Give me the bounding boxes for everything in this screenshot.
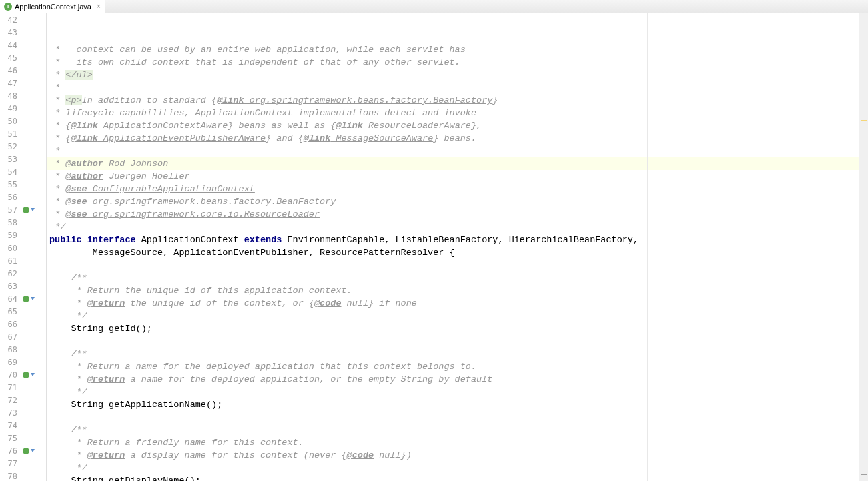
gutter-line[interactable]: 70 (0, 368, 46, 381)
gutter-line[interactable]: 71 (0, 381, 46, 394)
fold-mark-icon[interactable] (39, 324, 45, 324)
gutter-line[interactable]: 58 (0, 216, 46, 229)
code-token: * { (49, 133, 71, 143)
gutter-line[interactable]: 57 (0, 203, 46, 216)
close-icon[interactable]: × (94, 3, 101, 10)
code-line[interactable]: * {@link ApplicationEventPublisherAware}… (47, 132, 859, 145)
scroll-marker[interactable] (861, 474, 867, 475)
override-marker-icon[interactable] (23, 296, 29, 302)
gutter-line[interactable]: 52 (0, 140, 46, 153)
gutter-line[interactable]: 56 (0, 191, 46, 203)
override-marker-icon[interactable] (23, 448, 29, 454)
gutter-line[interactable]: 53 (0, 153, 46, 165)
code-line[interactable]: * @return the unique id of the context, … (47, 297, 859, 310)
override-marker-icon[interactable] (23, 372, 29, 378)
code-line[interactable]: * (47, 145, 859, 157)
gutter-line[interactable]: 48 (0, 89, 46, 102)
gutter-line[interactable]: 54 (0, 165, 46, 178)
code-token: Juergen Hoeller (103, 171, 190, 181)
gutter-line[interactable]: 68 (0, 343, 46, 356)
code-line[interactable]: * <p>In addition to standard {@link org.… (47, 94, 859, 107)
gutter-line[interactable]: 55 (0, 178, 46, 191)
gutter-line[interactable]: 74 (0, 419, 46, 432)
code-line[interactable]: * Return a friendly name for this contex… (47, 436, 859, 449)
code-line[interactable]: */ (47, 462, 859, 474)
gutter-line[interactable]: 78 (0, 470, 46, 481)
code-line[interactable]: String getId(); (47, 322, 859, 335)
code-line[interactable] (47, 259, 859, 272)
gutter-line[interactable]: 50 (0, 115, 46, 127)
gutter-line[interactable]: 61 (0, 254, 46, 267)
fold-mark-icon[interactable] (39, 438, 45, 438)
fold-mark-icon[interactable] (39, 248, 45, 248)
code-line[interactable]: * @see org.springframework.beans.factory… (47, 195, 859, 208)
fold-mark-icon[interactable] (39, 362, 45, 362)
gutter-line[interactable]: 64 (0, 292, 46, 305)
code-line[interactable]: String getDisplayName(); (47, 474, 859, 481)
code-line[interactable]: * @author Rod Johnson (47, 157, 859, 170)
gutter-line[interactable]: 73 (0, 406, 46, 419)
code-line[interactable]: * its own child context that is independ… (47, 56, 859, 69)
fold-mark-icon[interactable] (39, 286, 45, 286)
line-number: 73 (0, 408, 21, 418)
gutter-line[interactable]: 77 (0, 457, 46, 470)
tab-bar: I ApplicationContext.java × (0, 0, 868, 13)
code-line[interactable]: String getApplicationName(); (47, 398, 859, 411)
gutter-line[interactable]: 45 (0, 51, 46, 64)
code-token: org.springframework.beans.factory.BeanFa… (87, 197, 336, 207)
code-line[interactable]: /** (47, 272, 859, 284)
gutter-line[interactable]: 66 (0, 318, 46, 330)
code-editor[interactable]: 4243444546474849505152535455565758596061… (0, 13, 868, 481)
gutter-line[interactable]: 47 (0, 77, 46, 89)
code-line[interactable]: * {@link ApplicationContextAware} beans … (47, 119, 859, 132)
code-line[interactable]: /** (47, 348, 859, 360)
override-marker-icon[interactable] (23, 207, 29, 213)
code-line[interactable]: * @see org.springframework.core.io.Resou… (47, 208, 859, 221)
gutter-line[interactable]: 65 (0, 305, 46, 318)
gutter-line[interactable]: 72 (0, 394, 46, 406)
gutter-line[interactable]: 59 (0, 229, 46, 242)
gutter-line[interactable]: 69 (0, 356, 46, 368)
code-line[interactable]: * lifecycle capabilities, ApplicationCon… (47, 107, 859, 119)
arrow-down-icon (31, 373, 35, 376)
gutter-line[interactable]: 42 (0, 13, 46, 26)
line-number: 57 (0, 205, 21, 215)
code-line[interactable]: */ (47, 310, 859, 322)
gutter-line[interactable]: 46 (0, 64, 46, 77)
file-tab[interactable]: I ApplicationContext.java × (0, 0, 105, 13)
code-line[interactable]: * @see ConfigurableApplicationContext (47, 183, 859, 195)
code-line[interactable]: * @return a display name for this contex… (47, 449, 859, 462)
code-line[interactable]: * @return a name for the deployed applic… (47, 373, 859, 386)
code-area[interactable]: * context can be used by an entire web a… (47, 13, 859, 481)
gutter-line[interactable]: 67 (0, 330, 46, 343)
line-number: 68 (0, 345, 21, 354)
gutter-line[interactable]: 60 (0, 242, 46, 254)
code-token: EnvironmentCapable, ListableBeanFactory,… (287, 235, 638, 245)
code-line[interactable] (47, 335, 859, 348)
gutter-line[interactable]: 75 (0, 432, 46, 444)
fold-mark-icon[interactable] (39, 400, 45, 400)
vertical-scrollbar[interactable] (859, 13, 868, 481)
gutter-line[interactable]: 44 (0, 39, 46, 51)
gutter-line[interactable]: 49 (0, 102, 46, 115)
code-line[interactable]: */ (47, 386, 859, 398)
code-line[interactable]: * </ul> (47, 69, 859, 81)
code-line[interactable]: public interface ApplicationContext exte… (47, 233, 859, 246)
gutter-line[interactable]: 76 (0, 444, 46, 457)
code-line[interactable]: * Return a name for the deployed applica… (47, 360, 859, 373)
code-line[interactable]: * (47, 81, 859, 94)
gutter-line[interactable]: 62 (0, 267, 46, 280)
code-line[interactable]: /** (47, 424, 859, 436)
gutter[interactable]: 4243444546474849505152535455565758596061… (0, 13, 47, 481)
scroll-marker[interactable] (861, 120, 867, 121)
fold-mark-icon[interactable] (39, 197, 45, 197)
gutter-line[interactable]: 63 (0, 280, 46, 292)
code-line[interactable]: */ (47, 221, 859, 233)
code-line[interactable]: * context can be used by an entire web a… (47, 43, 859, 56)
code-line[interactable]: * Return the unique id of this applicati… (47, 284, 859, 297)
code-line[interactable]: MessageSource, ApplicationEventPublisher… (47, 246, 859, 259)
gutter-line[interactable]: 51 (0, 127, 46, 140)
code-line[interactable]: * @author Juergen Hoeller (47, 170, 859, 183)
gutter-line[interactable]: 43 (0, 26, 46, 39)
code-line[interactable] (47, 411, 859, 424)
